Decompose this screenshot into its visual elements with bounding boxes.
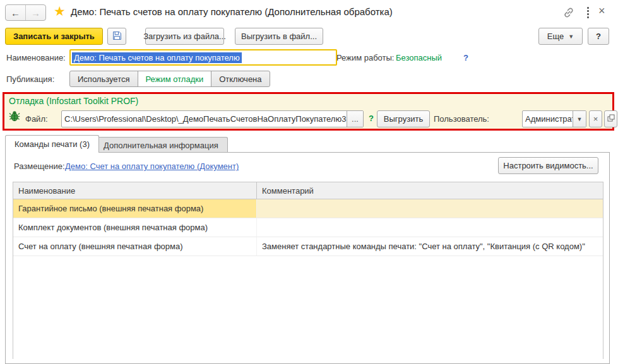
placement-link[interactable]: Демо: Счет на оплату покупателю (Докумен… <box>65 161 239 171</box>
open-list-icon <box>607 114 615 124</box>
user-dropdown-button[interactable]: ▼ <box>573 111 586 127</box>
unload-to-file-button[interactable]: Выгрузить в файл... <box>235 28 323 45</box>
work-mode-label: Режим работы: <box>336 53 394 62</box>
work-mode-help-icon[interactable]: ? <box>463 53 468 62</box>
column-header-name[interactable]: Наименование <box>13 182 256 199</box>
work-mode-value[interactable]: Безопасный <box>396 53 442 62</box>
back-icon: ← <box>11 8 20 18</box>
column-header-comment[interactable]: Комментарий <box>256 182 603 199</box>
row-name-cell[interactable]: Комплект документов (внешняя печатная фо… <box>13 218 256 237</box>
row-comment-cell[interactable] <box>256 199 603 218</box>
chevron-down-icon: ▼ <box>568 33 574 40</box>
name-input[interactable]: Демо: Печать счетов на оплату покупателю <box>69 49 337 66</box>
save-and-close-button[interactable]: Записать и закрыть <box>5 28 103 45</box>
table-row[interactable]: Счет на оплату (внешняя печатная форма) … <box>13 237 603 256</box>
row-comment-cell[interactable]: Заменяет стандартные команды печати: "Сч… <box>256 237 603 255</box>
user-clear-button[interactable]: × <box>589 110 602 127</box>
bug-icon <box>9 110 20 124</box>
print-commands-table: Наименование Комментарий Гарантийное пис… <box>13 182 603 359</box>
user-label: Пользователь: <box>434 114 489 124</box>
load-from-file-button[interactable]: Загрузить из файла... <box>145 28 224 45</box>
table-row[interactable]: Комплект документов (внешняя печатная фо… <box>13 218 603 237</box>
file-label: Файл: <box>25 114 48 124</box>
unload-button[interactable]: Выгрузить <box>377 110 430 127</box>
publication-option-debug[interactable]: Режим отладки <box>138 71 212 87</box>
row-name-cell[interactable]: Гарантийное письмо (внешняя печатная фор… <box>13 199 256 218</box>
nav-history-group: ← → <box>5 4 46 21</box>
row-name-cell[interactable]: Счет на оплату (внешняя печатная форма) <box>13 237 256 255</box>
publication-switch: Используется Режим отладки Отключена <box>69 71 270 87</box>
user-open-button[interactable] <box>604 110 617 127</box>
app-window: ← → ★ Демо: Печать счетов на оплату поку… <box>0 0 618 364</box>
favorite-star-icon[interactable]: ★ <box>54 4 66 19</box>
debug-section-title: Отладка (Infostart Toolkit PROF) <box>9 96 138 106</box>
print-commands-panel: Размещение: Демо: Счет на оплату покупат… <box>5 152 610 364</box>
forward-icon: → <box>31 8 40 18</box>
file-help-icon[interactable]: ? <box>369 114 374 123</box>
table-header-row: Наименование Комментарий <box>13 182 603 199</box>
more-label: Еще <box>547 32 564 41</box>
save-button[interactable] <box>107 28 126 45</box>
publication-option-disabled[interactable]: Отключена <box>211 71 270 87</box>
publication-option-used[interactable]: Используется <box>69 71 138 87</box>
configure-visibility-button[interactable]: Настроить видимость... <box>498 157 598 174</box>
close-icon[interactable]: × <box>598 4 605 18</box>
page-title: Демо: Печать счетов на оплату покупателю… <box>71 6 393 17</box>
forward-button[interactable]: → <box>26 5 45 20</box>
menu-dots-icon[interactable] <box>587 7 589 18</box>
name-input-selected-text: Демо: Печать счетов на оплату покупателю <box>72 52 242 63</box>
more-button[interactable]: Еще ▼ <box>538 28 583 45</box>
tab-print-commands[interactable]: Команды печати (3) <box>5 135 99 153</box>
user-input[interactable]: Администратор <box>523 111 573 127</box>
help-button[interactable]: ? <box>588 28 609 45</box>
placement-label: Размещение: <box>14 161 65 171</box>
file-input[interactable]: C:\Users\Professional\Desktop\_ДемоПечат… <box>62 111 347 127</box>
table-row[interactable]: Гарантийное письмо (внешняя печатная фор… <box>13 199 603 218</box>
user-combo: Администратор ▼ <box>522 110 586 127</box>
publication-label: Публикация: <box>6 74 54 84</box>
name-label: Наименование: <box>6 53 66 62</box>
file-browse-button[interactable]: ... <box>347 111 363 127</box>
link-icon[interactable] <box>562 6 575 21</box>
floppy-icon <box>112 31 122 42</box>
debug-section: Отладка (Infostart Toolkit PROF) Файл: C… <box>3 92 614 131</box>
row-comment-cell[interactable] <box>256 218 603 237</box>
back-button[interactable]: ← <box>6 5 26 20</box>
tab-additional-info[interactable]: Дополнительная информация <box>94 137 228 153</box>
file-input-group: C:\Users\Professional\Desktop\_ДемоПечат… <box>61 110 364 127</box>
